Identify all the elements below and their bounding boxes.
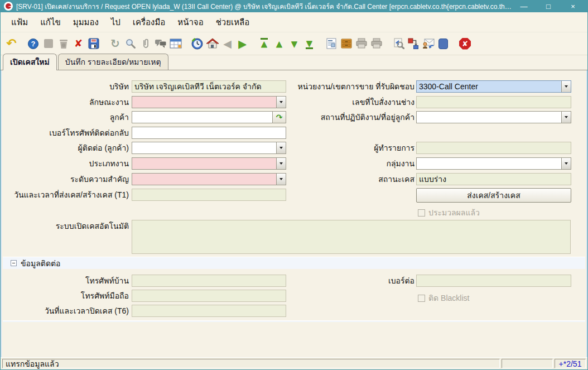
chevron-down-icon[interactable] xyxy=(561,158,571,169)
case-closed-datetime-field xyxy=(132,305,286,317)
record-indicator: +*2/51 xyxy=(555,359,586,368)
report-document-icon xyxy=(326,38,336,49)
search-icon xyxy=(125,38,136,49)
workflow-button[interactable] xyxy=(406,35,421,52)
help-button[interactable]: ? xyxy=(26,35,41,52)
menu-file[interactable]: แฟ้ม xyxy=(6,13,33,31)
history-button[interactable] xyxy=(190,35,205,52)
print-preview-button[interactable] xyxy=(391,35,406,52)
next-record-button[interactable]: ▼ xyxy=(287,35,302,52)
database-button[interactable] xyxy=(436,35,451,52)
chevron-down-icon[interactable] xyxy=(561,81,571,92)
home-button[interactable] xyxy=(205,35,220,52)
tab-notes-details[interactable]: บันทึก รายละเอียด/หมายเหตุ xyxy=(58,54,168,70)
archive-button[interactable] xyxy=(339,35,354,52)
case-sent-datetime-field xyxy=(132,189,286,201)
next-record-icon: ▼ xyxy=(289,39,300,49)
new-record-icon xyxy=(44,39,53,48)
work-group-combo[interactable] xyxy=(416,157,571,170)
comments-button[interactable] xyxy=(153,35,168,52)
workflow-icon xyxy=(408,38,419,49)
undo-button[interactable]: ↶ xyxy=(4,35,19,52)
work-group-label: กลุ่มงาน xyxy=(258,157,415,170)
menu-bar: แฟ้ม แก้ไข มุมมอง ไป เครื่องมือ หน้าจอ ช… xyxy=(1,12,587,32)
print-setup-icon xyxy=(370,38,383,49)
submit-case-button[interactable]: ส่งเคส/สร้างเคส xyxy=(416,188,571,203)
customer-label: ลูกค้า xyxy=(2,111,129,123)
last-record-icon: ▼ xyxy=(304,38,315,49)
delete-record-button xyxy=(56,35,71,52)
auto-case-system-field xyxy=(132,220,571,254)
work-location-combo[interactable] xyxy=(416,111,571,123)
grid-view-button[interactable] xyxy=(168,35,183,52)
menu-go[interactable]: ไป xyxy=(106,13,126,31)
refresh-icon: ↻ xyxy=(110,38,120,49)
toolbar: ↶ ? ✘ ↻ ◀ ▶ ▲ ▲ ▼ ▼ ✘ xyxy=(1,32,587,55)
callback-phone-input[interactable] xyxy=(132,127,286,139)
contact-person-label: ผู้ติดต่อ (ลูกค้า) xyxy=(2,142,129,154)
auto-case-system-label: ระบบเปิดเคสอัตโนมัติ xyxy=(2,220,129,232)
home-icon xyxy=(206,38,219,49)
tab-new-case[interactable]: เปิดเคสใหม่ xyxy=(3,54,57,70)
maximize-button[interactable]: □ xyxy=(536,0,561,12)
case-status-label: สถานะเคส xyxy=(258,173,415,185)
operator-label: ผู้ทำรายการ xyxy=(258,142,415,154)
chevron-down-icon[interactable] xyxy=(561,112,571,123)
status-message: แทรกข้อมูลแล้ว xyxy=(2,359,500,368)
last-record-button[interactable]: ▼ xyxy=(302,35,317,52)
exit-stop-icon: ✘ xyxy=(459,38,471,50)
print-preview-icon xyxy=(392,38,404,49)
menu-help[interactable]: ช่วยเหลือ xyxy=(211,13,255,31)
history-clock-icon xyxy=(191,38,203,50)
section-divider xyxy=(3,320,585,322)
menu-edit[interactable]: แก้ไข xyxy=(35,13,66,31)
processed-checkbox-label: ประมวลผลแล้ว xyxy=(428,206,480,219)
case-sent-datetime-label: วันและเวลาที่ส่งเคส/สร้างเคส (T1) xyxy=(2,189,129,201)
checkbox-icon xyxy=(418,295,425,302)
responsible-unit-combo[interactable]: 3300-Call Center xyxy=(416,80,571,93)
menu-view[interactable]: มุมมอง xyxy=(68,13,104,31)
forward-button[interactable]: ▶ xyxy=(235,35,250,52)
contact-section-title: ข้อมูลติดต่อ xyxy=(21,257,60,270)
previous-record-icon: ▲ xyxy=(274,39,285,49)
paperclip-icon xyxy=(141,38,150,49)
callback-phone-label: เบอร์โทรศัพท์ติดต่อกลับ xyxy=(2,127,129,139)
drawer-icon xyxy=(341,38,352,49)
clear-record-button[interactable]: ✘ xyxy=(71,35,86,52)
chat-icon xyxy=(155,38,167,49)
menu-screen[interactable]: หน้าจอ xyxy=(172,13,208,31)
refresh-button[interactable]: ↻ xyxy=(108,35,123,52)
window-title: [SRV-01] เปิดเคส/งานบริการ / Request OPE… xyxy=(16,1,512,12)
undo-icon: ↶ xyxy=(6,37,16,50)
first-record-button[interactable]: ▲ xyxy=(257,35,272,52)
operator-field xyxy=(416,142,571,154)
responsible-unit-label: หน่วยงาน/เขตการขาย ที่รับผิดชอบ xyxy=(258,80,415,93)
work-location-label: สถานที่ปฏิบัติงาน/ที่อยู่ลูกค้า xyxy=(258,111,415,123)
menu-tools[interactable]: เครื่องมือ xyxy=(128,13,170,31)
form-area: บริษัท บริษัท เจริญเคเบิลทีวี เน็ตเวอร์ค… xyxy=(1,70,587,357)
minimize-button[interactable]: — xyxy=(512,0,536,12)
case-status-field: แบบร่าง xyxy=(416,173,571,185)
job-type-label: ประเภทงาน xyxy=(2,157,129,170)
database-icon xyxy=(438,39,448,49)
home-phone-label: โทรศัพท์บ้าน xyxy=(2,275,129,287)
job-nature-label: ลักษณะงาน xyxy=(2,96,129,108)
help-icon: ? xyxy=(28,39,38,49)
print-icon xyxy=(355,38,368,49)
app-window: [SRV-01] เปิดเคส/งานบริการ / Request OPE… xyxy=(0,0,588,370)
send-mail-button[interactable] xyxy=(421,35,436,52)
collapse-icon[interactable] xyxy=(11,260,17,266)
blacklist-checkbox-label: ติด Blacklist xyxy=(428,292,469,304)
save-button[interactable] xyxy=(86,35,101,52)
search-button[interactable] xyxy=(123,35,138,52)
app-logo-icon xyxy=(4,2,13,11)
print-setup-button xyxy=(369,35,384,52)
exit-button[interactable]: ✘ xyxy=(457,35,473,52)
close-button[interactable]: × xyxy=(561,0,585,12)
status-bar: แทรกข้อมูลแล้ว +*2/51 xyxy=(1,357,587,369)
previous-record-button[interactable]: ▲ xyxy=(272,35,287,52)
status-spacer-panel xyxy=(502,359,553,368)
attachments-button[interactable] xyxy=(138,35,153,52)
report-button[interactable] xyxy=(324,35,339,52)
new-record-button xyxy=(41,35,56,52)
